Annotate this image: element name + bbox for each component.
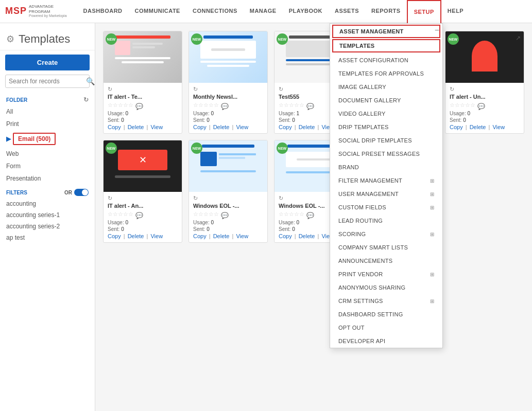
nav-item-reports[interactable]: REPORTS bbox=[365, 0, 407, 23]
card-stars[interactable]: ☆☆☆☆☆ bbox=[108, 211, 133, 218]
card-title: IT alert - Un... bbox=[450, 94, 520, 100]
nav-item-assets[interactable]: ASSETS bbox=[329, 0, 365, 23]
dropdown-item-user-management[interactable]: USER MANAGEMENT ⊞ bbox=[330, 187, 442, 201]
delete-link[interactable]: Delete bbox=[128, 124, 144, 130]
view-link[interactable]: View bbox=[150, 124, 163, 130]
delete-link[interactable]: Delete bbox=[128, 233, 144, 239]
card-stars[interactable]: ☆☆☆☆☆ bbox=[193, 211, 219, 218]
copy-link[interactable]: Copy bbox=[193, 124, 207, 130]
nav-item-playbook[interactable]: PLAYBOOK bbox=[283, 0, 329, 23]
sidebar-item-all[interactable]: All bbox=[0, 105, 95, 118]
dropdown-item-video-gallery[interactable]: VIDEO GALLERY bbox=[330, 107, 442, 120]
folder-refresh-icon[interactable]: ↻ bbox=[83, 96, 89, 103]
dropdown-item-document-gallery[interactable]: DOCUMENT GALLERY bbox=[330, 94, 442, 107]
dropdown-minimize-icon[interactable]: − bbox=[435, 26, 439, 35]
dropdown-item-print-vendor[interactable]: PRINT VENDOR ⊞ bbox=[330, 267, 442, 281]
filter-tag-accounting[interactable]: accounting bbox=[0, 198, 95, 209]
view-link[interactable]: View bbox=[236, 124, 248, 130]
delete-link[interactable]: Delete bbox=[299, 233, 315, 239]
dropdown-item-image-gallery[interactable]: IMAGE GALLERY bbox=[330, 80, 442, 94]
filter-tag-accounting-series-1[interactable]: accounting series-1 bbox=[0, 209, 95, 221]
card-stars[interactable]: ☆☆☆☆☆ bbox=[108, 102, 133, 109]
card-comment-icon[interactable]: 💬 bbox=[135, 212, 143, 219]
sidebar-item-form[interactable]: Form bbox=[0, 160, 95, 172]
copy-link[interactable]: Copy bbox=[108, 233, 121, 239]
dropdown-item-developer-api[interactable]: DEVELOPER API bbox=[330, 334, 442, 348]
dropdown-item-brand[interactable]: BRAND bbox=[330, 160, 442, 174]
create-button[interactable]: Create bbox=[5, 55, 90, 70]
sidebar-item-print[interactable]: Print bbox=[0, 118, 95, 130]
nav-item-communicate[interactable]: COMMUNICATE bbox=[129, 0, 186, 23]
nav-item-help[interactable]: HELP bbox=[441, 0, 470, 23]
dropdown-item-anonymous-sharing[interactable]: ANONYMOUS SHARING bbox=[330, 281, 442, 294]
share-icon[interactable]: ↗ bbox=[516, 34, 521, 42]
sidebar-item-email[interactable]: ▶ Email (500) bbox=[0, 130, 95, 148]
nav-item-dashboard[interactable]: DASHBOARD bbox=[77, 0, 129, 23]
view-link[interactable]: View bbox=[492, 124, 505, 130]
card-comment-icon[interactable]: 💬 bbox=[306, 103, 314, 110]
dropdown-item-asset-management[interactable]: ASSET MANAGEMENT bbox=[332, 25, 440, 38]
card-stars[interactable]: ☆☆☆☆☆ bbox=[279, 211, 304, 218]
expand-icon: ⊞ bbox=[430, 178, 434, 184]
template-card: NEW ↻ Monthly Newsl... ☆☆☆☆☆ bbox=[188, 31, 268, 134]
search-input[interactable] bbox=[9, 78, 86, 85]
card-stars[interactable]: ☆☆☆☆☆ bbox=[450, 102, 475, 109]
template-card: NEW ↻ bbox=[188, 140, 268, 243]
card-body: ↻ IT alert - Te... ☆☆☆☆☆ 💬 Usage: 0 Sent… bbox=[104, 83, 182, 133]
dropdown-item-drip-templates[interactable]: DRIP TEMPLATES bbox=[330, 120, 442, 134]
card-stars[interactable]: ☆☆☆☆☆ bbox=[279, 102, 304, 109]
top-navigation: MSP ADVANTAGE PROGRAM Powered by Marketo… bbox=[0, 0, 532, 23]
card-actions: Copy | Delete | View bbox=[450, 124, 520, 130]
copy-link[interactable]: Copy bbox=[108, 124, 121, 130]
copy-link[interactable]: Copy bbox=[193, 233, 207, 239]
dropdown-item-crm-settings[interactable]: CRM SETTINGS ⊞ bbox=[330, 294, 442, 308]
gear-icon: ⚙ bbox=[6, 33, 14, 45]
card-title: Windows EOL -... bbox=[193, 203, 263, 209]
new-badge: NEW bbox=[277, 142, 288, 154]
expand-icon: ⊞ bbox=[430, 191, 434, 197]
dropdown-item-scoring[interactable]: SCORING ⊞ bbox=[330, 227, 442, 241]
delete-link[interactable]: Delete bbox=[213, 233, 230, 239]
dropdown-item-social-drip-templates[interactable]: SOCIAL DRIP TEMPLATES bbox=[330, 134, 442, 147]
dropdown-item-asset-configuration[interactable]: ASSET CONFIGURATION bbox=[330, 53, 442, 67]
logo[interactable]: MSP ADVANTAGE PROGRAM Powered by Marketo… bbox=[5, 4, 67, 19]
copy-link[interactable]: Copy bbox=[450, 124, 463, 130]
copy-link[interactable]: Copy bbox=[279, 124, 292, 130]
dropdown-item-social-preset-messages[interactable]: SOCIAL PRESET MESSAGES bbox=[330, 147, 442, 160]
dropdown-item-templates[interactable]: TEMPLATES bbox=[332, 39, 440, 52]
dropdown-item-templates-for-approvals[interactable]: TEMPLATES FOR APPROVALS bbox=[330, 67, 442, 80]
card-comment-icon[interactable]: 💬 bbox=[221, 212, 229, 219]
dropdown-item-company-smart-lists[interactable]: COMPANY SMART LISTS bbox=[330, 241, 442, 254]
main-layout: ⚙ Templates Create 🔍 FOLDER ↻ All Print … bbox=[0, 23, 532, 411]
nav-item-setup[interactable]: SETUP bbox=[407, 0, 441, 23]
card-stars[interactable]: ☆☆☆☆☆ bbox=[193, 102, 219, 109]
card-actions: Copy | Delete | View bbox=[108, 124, 178, 130]
card-comment-icon[interactable]: 💬 bbox=[135, 103, 143, 110]
sidebar-item-web[interactable]: Web bbox=[0, 148, 95, 160]
delete-link[interactable]: Delete bbox=[470, 124, 486, 130]
card-comment-icon[interactable]: 💬 bbox=[306, 212, 314, 219]
view-link[interactable]: View bbox=[236, 233, 248, 239]
nav-item-connections[interactable]: CONNECTIONS bbox=[186, 0, 244, 23]
delete-link[interactable]: Delete bbox=[213, 124, 230, 130]
sidebar-item-presentation[interactable]: Presentation bbox=[0, 172, 95, 185]
dropdown-item-lead-routing[interactable]: LEAD ROUTING bbox=[330, 214, 442, 227]
new-badge: NEW bbox=[277, 33, 288, 45]
card-refresh-icon: ↻ bbox=[108, 195, 178, 202]
filter-tag-accounting-series-2[interactable]: accounting series-2 bbox=[0, 221, 95, 232]
dropdown-item-announcements[interactable]: ANNOUNCEMENTS bbox=[330, 254, 442, 267]
nav-item-manage[interactable]: MANAGE bbox=[244, 0, 283, 23]
delete-link[interactable]: Delete bbox=[299, 124, 315, 130]
filter-tag-ap-test[interactable]: ap test bbox=[0, 232, 95, 243]
email-folder-label[interactable]: Email (500) bbox=[13, 133, 56, 145]
or-toggle[interactable]: OR bbox=[64, 189, 89, 196]
copy-link[interactable]: Copy bbox=[279, 233, 292, 239]
card-comment-icon[interactable]: 💬 bbox=[221, 103, 229, 110]
dropdown-item-dashboard-setting[interactable]: DASHBOARD SETTING bbox=[330, 308, 442, 321]
dropdown-item-custom-fields[interactable]: CUSTOM FIELDS ⊞ bbox=[330, 201, 442, 214]
dropdown-item-filter-management[interactable]: FILTER MANAGEMENT ⊞ bbox=[330, 174, 442, 187]
view-link[interactable]: View bbox=[150, 233, 163, 239]
dropdown-item-opt-out[interactable]: OPT OUT bbox=[330, 321, 442, 334]
toggle-track[interactable] bbox=[74, 189, 89, 196]
card-comment-icon[interactable]: 💬 bbox=[477, 103, 485, 110]
